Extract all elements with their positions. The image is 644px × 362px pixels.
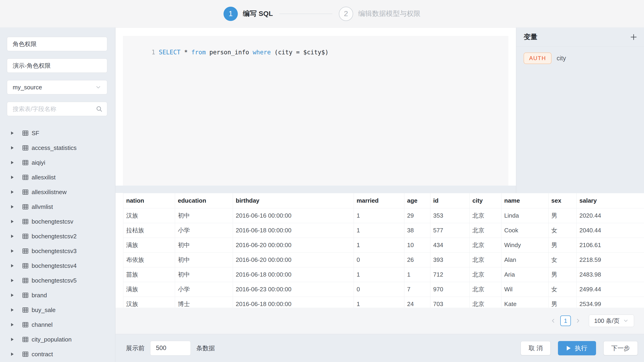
search-box (7, 102, 107, 116)
column-header-birthday: birthday (233, 193, 354, 208)
add-variable-icon[interactable] (630, 33, 638, 41)
chevron-down-icon (623, 318, 629, 324)
tree-item-access_statistics[interactable]: access_statistics (7, 141, 107, 155)
caret-right-icon[interactable] (11, 294, 14, 297)
caret-right-icon[interactable] (11, 161, 14, 164)
caret-right-icon[interactable] (11, 132, 14, 135)
row-limit-input[interactable] (150, 341, 191, 356)
next-page-button[interactable] (574, 318, 581, 324)
tree-item-allesxilistnew[interactable]: allesxilistnew (7, 185, 107, 199)
tree-item-city_population[interactable]: city_population (7, 332, 107, 347)
tree-item-bochengtestcsv5[interactable]: bochengtestcsv5 (7, 273, 107, 288)
tree-item-allesxilist[interactable]: allesxilist (7, 170, 107, 185)
table-cell: Kate (502, 297, 548, 308)
tree-item-buy_sale[interactable]: buy_sale (7, 303, 107, 317)
table-cell: 女 (548, 253, 577, 267)
table-cell: 男 (548, 208, 577, 223)
chevron-down-icon (95, 84, 102, 90)
table-cell: 2040.44 (577, 223, 644, 238)
run-button[interactable]: 执行 (558, 341, 596, 355)
table-grid-icon (22, 277, 29, 284)
tree-item-label: bochengtestcsv4 (32, 262, 76, 269)
table-cell: 24 (404, 297, 430, 308)
table-grid-icon (22, 262, 29, 269)
table-cell: 2016-06-16 00:00:00 (233, 208, 354, 223)
tree-item-label: bochengtestcsv3 (32, 248, 76, 255)
sql-keyword: SELECT (159, 49, 180, 56)
caret-right-icon[interactable] (11, 205, 14, 208)
caret-right-icon[interactable] (11, 235, 14, 238)
stepper-connector (279, 13, 332, 14)
line-number: 1 (152, 49, 155, 56)
caret-right-icon[interactable] (11, 176, 14, 179)
table-cell: 男 (548, 267, 577, 282)
table-cell: 北京 (470, 253, 502, 267)
table-cell: 703 (430, 297, 470, 308)
action-bar: 展示前 条数据 取 消 执行 下一步 (116, 334, 644, 362)
variables-panel: 变量 AUTHcity (516, 28, 644, 193)
tree-item-brand[interactable]: brand (7, 288, 107, 303)
caret-right-icon[interactable] (11, 146, 14, 150)
result-table-block: nationeducationbirthdaymarriedageidcityn… (116, 193, 644, 308)
result-table: nationeducationbirthdaymarriedageidcityn… (123, 193, 644, 308)
table-cell: 2016-06-20 00:00:00 (233, 238, 354, 253)
sql-text: (city = $city$) (271, 49, 328, 56)
sql-editor[interactable]: 1SELECT * from person_info where (city =… (123, 36, 508, 185)
step-2: 2 编辑数据模型与权限 (339, 7, 420, 21)
table-cell: 2016-06-18 00:00:00 (233, 267, 354, 282)
table-cell: 29 (404, 208, 430, 223)
tree-item-channel[interactable]: channel (7, 317, 107, 332)
tree-item-allvmlist[interactable]: allvmlist (7, 199, 107, 214)
tree-item-bochengtestcsv4[interactable]: bochengtestcsv4 (7, 258, 107, 273)
variable-name: city (556, 55, 566, 62)
caret-right-icon[interactable] (11, 323, 14, 326)
caret-right-icon[interactable] (11, 264, 14, 267)
tree-item-label: brand (32, 292, 47, 299)
table-grid-icon (22, 188, 29, 195)
tree-item-bochengtestcsv3[interactable]: bochengtestcsv3 (7, 244, 107, 258)
caret-right-icon[interactable] (11, 338, 14, 341)
variable-item-city[interactable]: AUTHcity (524, 52, 644, 64)
tree-item-bochengtestcsv[interactable]: bochengtestcsv (7, 214, 107, 229)
tree-item-SF[interactable]: SF (7, 126, 107, 141)
table-cell: 1 (354, 297, 404, 308)
tree-item-contract[interactable]: contract (7, 347, 107, 362)
tree-item-label: city_population (32, 336, 72, 343)
table-grid-icon (22, 174, 29, 181)
table-cell: Aria (502, 267, 548, 282)
tree-item-label: channel (32, 321, 52, 328)
table-cell: 北京 (470, 297, 502, 308)
sidebar: my_source SFaccess_statisticsaiqiyialles… (0, 28, 115, 362)
column-header-salary: salary (577, 193, 644, 208)
caret-right-icon[interactable] (11, 190, 14, 194)
table-row: 汉族博士2016-06-18 00:00:00124703北京Kate男2534… (124, 297, 644, 308)
role-name-input[interactable] (7, 37, 107, 51)
table-cell: 北京 (470, 208, 502, 223)
caret-right-icon[interactable] (11, 249, 14, 253)
table-grid-icon (22, 218, 29, 225)
table-grid-icon (22, 307, 29, 313)
role-desc-input[interactable] (7, 58, 107, 73)
current-page-button[interactable]: 1 (560, 316, 571, 326)
table-cell: 苗族 (124, 267, 175, 282)
caret-right-icon[interactable] (11, 220, 14, 223)
search-input[interactable] (7, 102, 107, 116)
prev-page-button[interactable] (550, 318, 556, 324)
cancel-button[interactable]: 取 消 (520, 341, 550, 355)
tree-item-label: access_statistics (32, 144, 76, 152)
tree-item-bochengtestcsv2[interactable]: bochengtestcsv2 (7, 229, 107, 244)
table-row: 布依族初中2016-06-20 00:00:00026393北京Alan女221… (124, 253, 644, 267)
page-size-select[interactable]: 100 条/页 (589, 315, 634, 327)
caret-right-icon[interactable] (11, 308, 14, 312)
caret-right-icon[interactable] (11, 279, 14, 282)
caret-right-icon[interactable] (11, 353, 14, 356)
table-cell: 0 (354, 282, 404, 297)
tree-item-aiqiyi[interactable]: aiqiyi (7, 155, 107, 170)
datasource-select[interactable]: my_source (7, 80, 107, 94)
tree-item-label: contract (32, 351, 53, 358)
next-step-button[interactable]: 下一步 (604, 341, 638, 355)
table-grid-icon (22, 248, 29, 254)
tree-item-label: buy_sale (32, 307, 56, 314)
table-cell: 2534.99 (577, 297, 644, 308)
table-row: 苗族初中2016-06-18 00:00:0011712北京Aria男2483.… (124, 267, 644, 282)
